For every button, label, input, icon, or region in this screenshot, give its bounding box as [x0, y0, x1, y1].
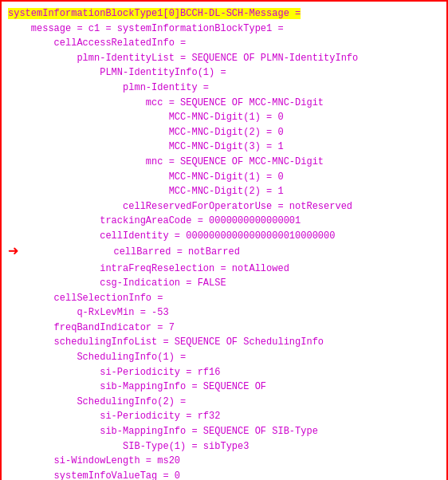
code-line-text: cellBarred = notBarred: [22, 245, 240, 260]
code-line: MCC-MNC-Digit(1) = 0: [8, 170, 440, 185]
code-line: PLMN-IdentityInfo(1) =: [8, 65, 440, 81]
code-line: cellIdentity = 0000000000000000001000000…: [8, 229, 440, 244]
code-line: MCC-MNC-Digit(3) = 1: [8, 140, 440, 155]
code-line: cellSelectionInfo =: [8, 291, 440, 306]
code-line: SIB-Type(1) = sibType3: [8, 439, 440, 454]
code-line: MCC-MNC-Digit(2) = 1: [8, 184, 440, 199]
code-line: cellAccessRelatedInfo =: [8, 36, 440, 51]
highlighted-line: systemInformationBlockType1[0]BCCH-DL-SC…: [8, 6, 440, 22]
code-line: si-Periodicity = rf16: [8, 365, 440, 380]
code-line: SchedulingInfo(1) =: [8, 350, 440, 365]
code-line: q-RxLevMin = -53: [8, 305, 440, 321]
code-line: plmn-Identity =: [8, 81, 440, 96]
code-line: csg-Indication = FALSE: [8, 276, 440, 291]
code-line: si-Periodicity = rf32: [8, 409, 440, 424]
arrow-line: ➜ cellBarred = notBarred: [8, 244, 440, 262]
highlight-badge: systemInformationBlockType1[0]BCCH-DL-SC…: [8, 8, 301, 19]
code-line: si-WindowLength = ms20: [8, 454, 440, 469]
code-line: message = c1 = systemInformationBlockTyp…: [8, 22, 440, 37]
code-line: plmn-IdentityList = SEQUENCE OF PLMN-Ide…: [8, 51, 440, 66]
code-line: MCC-MNC-Digit(1) = 0: [8, 110, 440, 125]
code-line: mcc = SEQUENCE OF MCC-MNC-Digit: [8, 96, 440, 111]
code-line: mnc = SEQUENCE OF MCC-MNC-Digit: [8, 155, 440, 170]
code-line: sib-MappingInfo = SEQUENCE OF: [8, 380, 440, 395]
main-container: systemInformationBlockType1[0]BCCH-DL-SC…: [0, 0, 448, 480]
code-line: intraFreqReselection = notAllowed: [8, 262, 440, 277]
code-line: sib-MappingInfo = SEQUENCE OF SIB-Type: [8, 424, 440, 439]
code-line: freqBandIndicator = 7: [8, 321, 440, 336]
red-arrow-icon: ➜: [8, 244, 18, 262]
code-line: SchedulingInfo(2) =: [8, 395, 440, 410]
code-line: cellReservedForOperatorUse = notReserved: [8, 199, 440, 214]
code-line: MCC-MNC-Digit(2) = 0: [8, 125, 440, 140]
code-line: schedulingInfoList = SEQUENCE OF Schedul…: [8, 335, 440, 350]
code-line: trackingAreaCode = 0000000000000001: [8, 214, 440, 229]
code-line: systemInfoValueTag = 0: [8, 469, 440, 480]
